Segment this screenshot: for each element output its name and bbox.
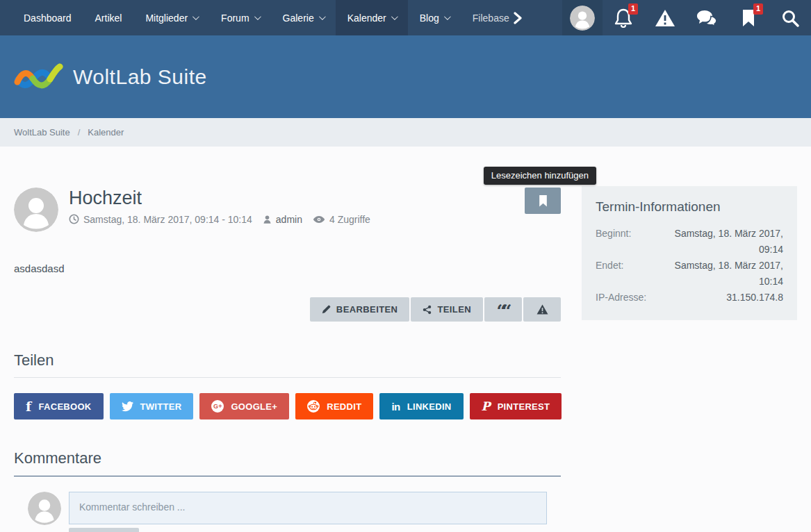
- breadcrumb-separator: /: [78, 127, 81, 138]
- share-section-title: Teilen: [14, 351, 561, 369]
- comments-section-title: Kommentare: [14, 449, 561, 467]
- bookmarks-button[interactable]: 1: [728, 0, 769, 35]
- page-title: Hochzeit: [69, 188, 370, 209]
- chevron-down-icon: [391, 13, 398, 20]
- warning-triangle-icon: [536, 304, 548, 315]
- comment-input-wrap: Absenden: [69, 492, 547, 532]
- event-views: 4 Zugriffe: [313, 214, 370, 225]
- event-info-title: Termin-Informationen: [596, 199, 783, 215]
- submit-comment-button[interactable]: Absenden: [69, 528, 139, 532]
- breadcrumb: WoltLab Suite / Kalender: [0, 118, 811, 147]
- event-author-avatar[interactable]: [14, 188, 58, 232]
- woltlab-logo-icon[interactable]: [14, 61, 64, 93]
- conversations-button[interactable]: [686, 0, 728, 35]
- share-pinterest-button[interactable]: PINTEREST: [470, 393, 562, 419]
- info-value: Samstag, 18. März 2017, 09:14: [662, 226, 783, 258]
- bookmark-tooltip: Lesezeichen hinzufügen: [484, 167, 596, 185]
- user-avatar-icon: [14, 188, 58, 232]
- info-row-ends: Endet: Samstag, 18. März 2017, 10:14: [596, 258, 783, 290]
- nav-item-blog[interactable]: Blog: [408, 0, 461, 35]
- chevron-down-icon: [192, 13, 199, 20]
- warning-triangle-icon: [655, 9, 675, 27]
- info-label: IP-Adresse:: [596, 290, 662, 306]
- info-value: Samstag, 18. März 2017, 10:14: [662, 258, 783, 290]
- pencil-icon: [322, 305, 331, 314]
- event-author-name: admin: [276, 214, 302, 225]
- share-button-label: FACEBOOK: [38, 401, 91, 412]
- event-author[interactable]: admin: [263, 214, 302, 225]
- report-button[interactable]: [523, 297, 561, 322]
- user-icon-panel: 1 1: [562, 0, 811, 35]
- chat-bubbles-icon: [696, 10, 717, 26]
- nav-item-mitglieder[interactable]: Mitglieder: [133, 0, 209, 35]
- event-info-box: Termin-Informationen Beginnt: Samstag, 1…: [582, 186, 797, 320]
- info-value: 31.150.174.8: [662, 290, 783, 306]
- info-row-begins: Beginnt: Samstag, 18. März 2017, 09:14: [596, 226, 783, 258]
- event-article: Hochzeit Samstag, 18. März 2017, 09:14 -…: [14, 188, 561, 532]
- event-views-text: 4 Zugriffe: [329, 214, 370, 225]
- event-header: Hochzeit Samstag, 18. März 2017, 09:14 -…: [14, 188, 561, 232]
- share-button-label: GOOGLE+: [231, 401, 277, 412]
- notifications-button[interactable]: 1: [603, 0, 644, 35]
- search-icon: [781, 9, 799, 27]
- user-avatar-icon: [570, 6, 595, 31]
- nav-label: Filebase: [473, 13, 509, 24]
- event-meta: Samstag, 18. März 2017, 09:14 - 10:14 ad…: [69, 214, 370, 225]
- share-reddit-button[interactable]: REDDIT: [295, 393, 373, 419]
- event-datetime: Samstag, 18. März 2017, 09:14 - 10:14: [69, 214, 252, 225]
- nav-label: Forum: [221, 13, 249, 24]
- add-bookmark-button[interactable]: [525, 188, 561, 214]
- share-button-label: TWITTER: [140, 401, 182, 412]
- event-datetime-text: Samstag, 18. März 2017, 09:14 - 10:14: [83, 214, 252, 225]
- nav-item-filebase[interactable]: Filebase: [461, 0, 512, 35]
- divider: [14, 377, 561, 378]
- event-info-rows: Beginnt: Samstag, 18. März 2017, 09:14 E…: [596, 226, 783, 306]
- share-button[interactable]: TEILEN: [411, 297, 483, 322]
- share-googleplus-button[interactable]: GOOGLE+: [199, 393, 289, 419]
- chevron-right-icon: [512, 12, 523, 24]
- comment-form: Absenden: [14, 492, 561, 532]
- share-button-label: TEILEN: [437, 304, 471, 315]
- quote-button[interactable]: [484, 297, 522, 322]
- share-button-label: REDDIT: [327, 401, 361, 412]
- nav-label: Mitglieder: [145, 13, 188, 24]
- nav-item-dashboard[interactable]: Dashboard: [12, 0, 83, 35]
- nav-item-kalender[interactable]: Kalender: [336, 0, 408, 35]
- share-button-label: PINTEREST: [498, 401, 550, 412]
- user-icon: [263, 215, 272, 224]
- facebook-icon: [26, 399, 31, 414]
- breadcrumb-item-kalender[interactable]: Kalender: [88, 127, 124, 138]
- info-row-ip: IP-Adresse: 31.150.174.8: [596, 290, 783, 306]
- pinterest-icon: [482, 399, 491, 413]
- reddit-icon: [307, 400, 320, 413]
- current-user-avatar: [28, 492, 61, 525]
- site-title[interactable]: WoltLab Suite: [73, 65, 207, 89]
- clock-icon: [69, 214, 79, 224]
- avatar: [570, 6, 595, 31]
- nav-item-forum[interactable]: Forum: [209, 0, 270, 35]
- nav-label: Artikel: [95, 13, 122, 24]
- breadcrumb-item-woltlab-suite[interactable]: WoltLab Suite: [14, 127, 70, 138]
- info-label: Beginnt:: [596, 226, 662, 258]
- nav-label: Kalender: [347, 13, 386, 24]
- nav-item-galerie[interactable]: Galerie: [271, 0, 336, 35]
- share-twitter-button[interactable]: TWITTER: [110, 393, 194, 419]
- site-header: WoltLab Suite: [0, 35, 811, 118]
- share-facebook-button[interactable]: FACEBOOK: [14, 393, 104, 419]
- comment-input[interactable]: [69, 492, 547, 524]
- chevron-down-icon: [254, 13, 261, 20]
- eye-icon: [313, 215, 325, 224]
- edit-button[interactable]: BEARBEITEN: [310, 297, 410, 322]
- share-linkedin-button[interactable]: LINKEDIN: [379, 393, 463, 419]
- chevron-down-icon: [444, 13, 451, 20]
- notification-badge: 1: [628, 3, 638, 15]
- nav-item-artikel[interactable]: Artikel: [83, 0, 134, 35]
- nav-scroll-right-button[interactable]: [512, 0, 529, 35]
- moderation-button[interactable]: [644, 0, 686, 35]
- nav-label: Galerie: [283, 13, 314, 24]
- comments-section: Kommentare Absenden: [14, 449, 561, 532]
- search-button[interactable]: [769, 0, 811, 35]
- event-body-text: asdasdasd: [14, 263, 561, 274]
- user-menu-button[interactable]: [562, 0, 603, 35]
- info-label: Endet:: [596, 258, 662, 290]
